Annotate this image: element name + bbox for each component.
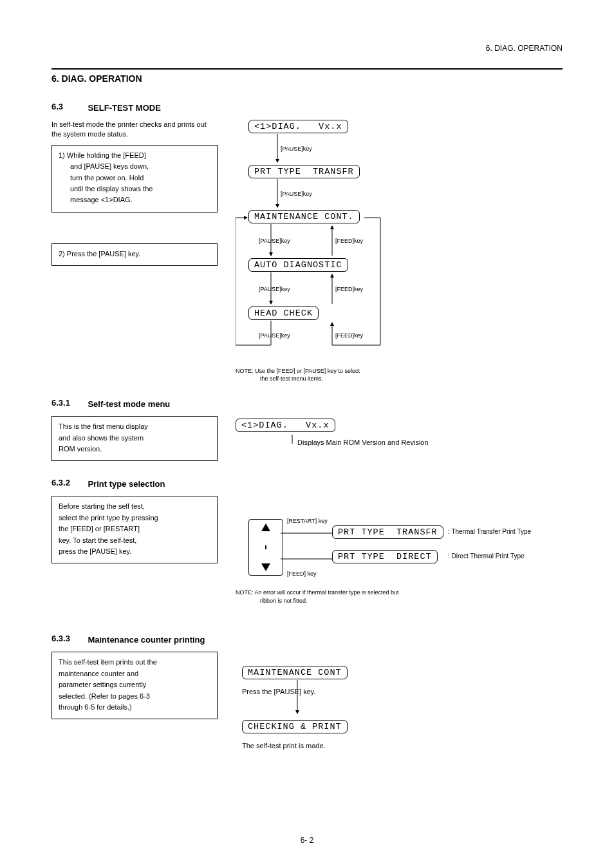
intro-text: In self-test mode the printer checks and… — [51, 120, 218, 140]
transfr-caption: : Thermal Transfer Print Type — [448, 528, 531, 535]
lcd-direct: PRT TYPE DIRECT — [332, 550, 438, 563]
key-divider-icon — [265, 545, 266, 549]
maint-caption: Press the [PAUSE] key. — [242, 688, 316, 695]
section2-note-l2: ribbon is not fitted. — [236, 598, 308, 604]
section-6-3-1-title: Self-test mode menu — [88, 399, 170, 409]
section-6-3-2-title: Print type selection — [88, 479, 165, 489]
instruction-box-6-3-1: This is the first menu display and also … — [51, 416, 218, 461]
flow-note: NOTE: Use the [FEED] or [PAUSE] key to s… — [236, 367, 563, 382]
instruction-box-6-3-3: This self-test item prints out the maint… — [51, 652, 218, 719]
header-right: 6. DIAG. OPERATION — [51, 44, 563, 53]
section-number: 6.3 — [51, 102, 85, 111]
flow-arrows — [236, 120, 403, 358]
instruction-box-2: 2) Press the [PAUSE] key. — [51, 243, 218, 266]
section2-note-l1: NOTE: An error will occur if thermal tra… — [236, 589, 399, 596]
checking-caption: The self-test print is made. — [242, 742, 326, 750]
diag-caption: Displays Main ROM Version and Revision — [297, 439, 429, 446]
lcd-transfr: PRT TYPE TRANSFR — [332, 525, 443, 539]
section-title: SELF-TEST MODE — [88, 103, 160, 113]
triangle-up-icon — [261, 524, 270, 531]
section-6-3-2-number: 6.3.2 — [51, 478, 85, 487]
section-6-3-1-number: 6.3.1 — [51, 398, 85, 408]
section-6-3-3-number: 6.3.3 — [51, 634, 85, 643]
page-title: 6. DIAG. OPERATION — [51, 73, 563, 84]
header-rule — [51, 68, 563, 70]
down-arrow-icon — [293, 680, 301, 717]
section-6-3-3-title: Maintenance counter printing — [88, 635, 205, 645]
triangle-down-icon — [261, 563, 270, 571]
up-connector-icon — [286, 435, 299, 444]
option-lines-icon — [281, 529, 332, 565]
direct-caption: : Direct Thermal Print Type — [448, 552, 525, 560]
arrow-key-box — [248, 519, 283, 576]
page-footer: 6- 2 — [0, 836, 614, 845]
restart-key-label: [RESTART] key — [287, 518, 328, 524]
lcd-diag: <1>DIAG. Vx.x — [236, 419, 335, 432]
instruction-box-6-3-2: Before starting the self test, select th… — [51, 496, 218, 563]
lcd-checking-print: CHECKING & PRINT — [242, 720, 348, 733]
flowchart: <1>DIAG. Vx.x PRT TYPE TRANSFR MAINTENAN… — [236, 120, 563, 364]
feed-key-label: [FEED] key — [287, 571, 317, 577]
instruction-box-1: 1) While holding the [FEED] and [PAUSE] … — [51, 145, 218, 212]
lcd-maint-cont: MAINTENANCE CONT — [242, 666, 348, 679]
